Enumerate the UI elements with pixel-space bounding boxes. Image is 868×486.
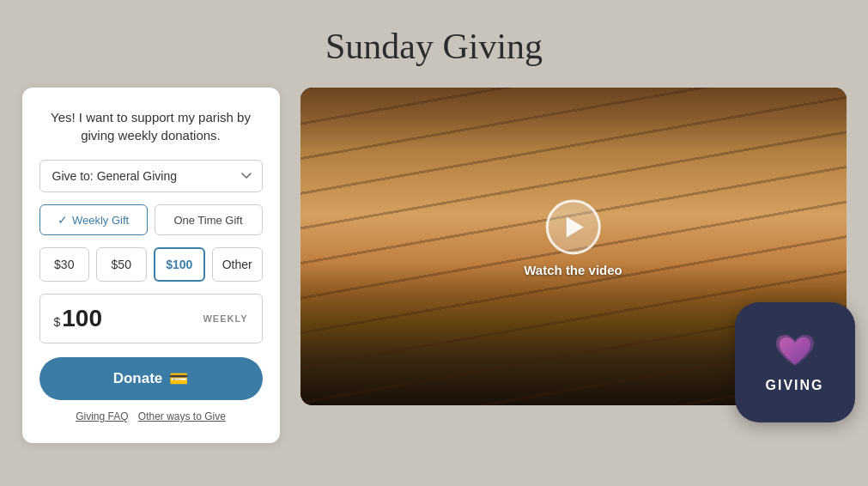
amount-100-button[interactable]: $100 <box>154 247 206 282</box>
giving-faq-link[interactable]: Giving FAQ <box>76 410 128 422</box>
amount-other-button[interactable]: Other <box>212 247 263 282</box>
giving-badge-label: GIVING <box>765 378 823 393</box>
video-wrapper: Watch the video GIVING <box>300 88 847 405</box>
other-ways-link[interactable]: Other ways to Give <box>138 410 226 422</box>
footer-links: Giving FAQ Other ways to Give <box>39 410 263 422</box>
amount-50-button[interactable]: $50 <box>96 247 147 282</box>
play-triangle-icon <box>567 216 584 237</box>
page-title: Sunday Giving <box>325 26 543 67</box>
main-content: Yes! I want to support my parish by givi… <box>22 88 847 443</box>
amount-30-button[interactable]: $30 <box>39 247 90 282</box>
amount-display-value: 100 <box>62 305 102 332</box>
weekly-gift-label: Weekly Gift <box>72 214 129 227</box>
checkmark-icon: ✓ <box>58 213 68 227</box>
play-button-container[interactable]: Watch the video <box>524 199 622 277</box>
frequency-label: WEEKLY <box>203 313 247 324</box>
donation-card: Yes! I want to support my parish by givi… <box>22 88 280 443</box>
card-subtitle: Yes! I want to support my parish by givi… <box>39 108 263 144</box>
credit-card-icon: 💳 <box>169 369 188 388</box>
amount-display: $ 100 WEEKLY <box>39 294 263 343</box>
weekly-gift-button[interactable]: ✓ Weekly Gift <box>39 204 148 235</box>
amount-display-left: $ 100 <box>54 305 103 332</box>
donate-label: Donate <box>113 370 163 387</box>
donate-button[interactable]: Donate 💳 <box>39 357 263 400</box>
dollar-sign: $ <box>54 315 61 329</box>
give-to-select[interactable]: Give to: General Giving Building Fund Yo… <box>39 160 263 192</box>
watch-video-text: Watch the video <box>524 263 622 277</box>
one-time-gift-label: One Time Gift <box>173 214 242 227</box>
gift-type-row: ✓ Weekly Gift One Time Gift <box>39 204 263 235</box>
giving-heart-icon <box>773 331 817 371</box>
play-button[interactable] <box>546 199 601 254</box>
giving-badge: GIVING <box>735 302 855 422</box>
one-time-gift-button[interactable]: One Time Gift <box>155 204 263 235</box>
amount-row: $30 $50 $100 Other <box>39 247 263 282</box>
